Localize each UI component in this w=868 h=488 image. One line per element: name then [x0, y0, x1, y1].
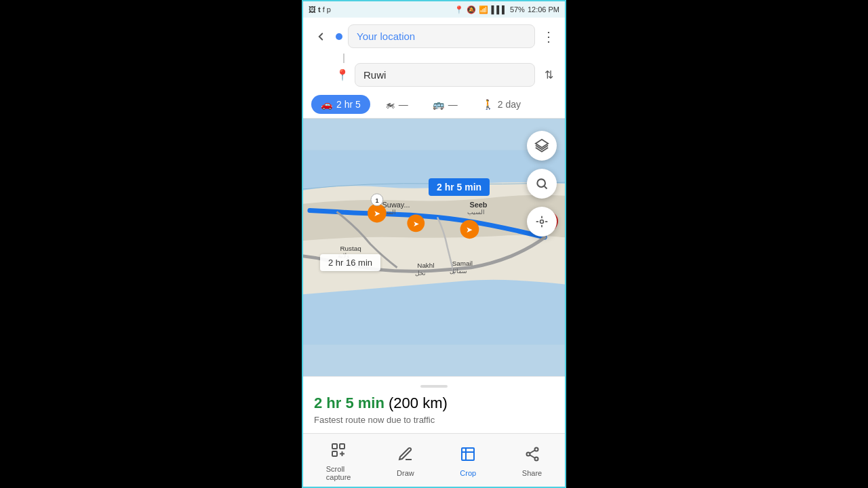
transport-tabs: 🚗 2 hr 5 🏍 — 🚌 — 🚶 2 day [303, 91, 565, 119]
header: ⋮ 📍 ⇅ [303, 18, 565, 91]
tab-walk[interactable]: 🚶 2 day [473, 95, 530, 114]
svg-text:➤: ➤ [466, 225, 473, 235]
share-icon [524, 446, 540, 466]
my-location-button[interactable] [527, 207, 557, 237]
svg-text:نخل: نخل [415, 270, 426, 277]
pinterest-icon: p [327, 5, 331, 14]
svg-line-22 [545, 186, 547, 189]
svg-text:Seeb: Seeb [469, 201, 487, 209]
mute-icon: 🔕 [467, 5, 476, 14]
layers-button[interactable] [527, 131, 557, 161]
svg-line-40 [530, 451, 534, 453]
walk-icon: 🚶 [482, 99, 494, 110]
bottom-panel: 2 hr 5 min (200 km) Fastest route now du… [303, 376, 565, 433]
svg-point-37 [526, 453, 530, 456]
location-status-icon: 📍 [454, 5, 464, 14]
clock: 12:06 PM [528, 5, 559, 14]
draw-label: Draw [397, 469, 414, 477]
alt-route-label: 2 hr 16 min [320, 254, 380, 271]
svg-rect-29 [340, 444, 344, 449]
scroll-capture-icon [330, 442, 347, 462]
tab-car-label: 2 hr 5 [336, 99, 361, 110]
status-icons-left: 🖼 t f p [309, 5, 331, 14]
swap-button[interactable]: ⇅ [540, 67, 557, 83]
origin-dot-icon [336, 33, 342, 40]
moto-icon: 🏍 [385, 99, 395, 110]
tab-walk-label: 2 day [498, 99, 521, 110]
svg-text:➤: ➤ [374, 209, 380, 218]
crop-button[interactable]: Crop [452, 443, 484, 480]
svg-point-36 [534, 448, 538, 451]
scroll-capture-label: Scrollcapture [326, 465, 351, 481]
tab-car[interactable]: 🚗 2 hr 5 [311, 95, 370, 114]
tab-transit-label: — [448, 99, 458, 110]
crop-icon [460, 446, 476, 466]
more-options-button[interactable]: ⋮ [540, 28, 557, 45]
back-button[interactable] [311, 27, 330, 46]
phone-frame: 🖼 t f p 📍 🔕 📶 ▌▌▌ 57% 12:06 PM ⋮ [302, 0, 566, 488]
car-icon: 🚗 [321, 99, 332, 110]
draw-button[interactable]: Draw [389, 443, 422, 480]
route-summary: 2 hr 5 min (200 km) [314, 394, 554, 412]
draw-icon [397, 446, 414, 466]
svg-point-23 [540, 220, 544, 224]
svg-point-38 [534, 458, 538, 461]
route-description: Fastest route now due to traffic [314, 415, 554, 425]
bottom-toolbar: Scrollcapture Draw Crop [303, 433, 565, 487]
map-area[interactable]: Al Suway... السويق Seeb السيب Rustaq ولا… [303, 119, 565, 376]
svg-rect-30 [332, 451, 337, 456]
route-dist-value: (200 km) [389, 394, 448, 411]
image-icon: 🖼 [309, 5, 316, 14]
svg-point-21 [537, 179, 545, 187]
svg-text:➤: ➤ [413, 220, 419, 228]
svg-text:Nakhl: Nakhl [417, 262, 434, 269]
tab-transit[interactable]: 🚌 — [423, 95, 467, 114]
origin-input[interactable] [348, 24, 535, 48]
destination-input[interactable] [355, 63, 535, 87]
svg-text:السيب: السيب [467, 209, 485, 216]
scroll-capture-button[interactable]: Scrollcapture [318, 439, 359, 484]
tab-motorcycle[interactable]: 🏍 — [376, 95, 418, 114]
svg-text:Samail: Samail [452, 260, 473, 267]
feedly-icon: f [323, 5, 325, 14]
battery-pct: 57% [510, 5, 525, 14]
status-bar: 🖼 t f p 📍 🔕 📶 ▌▌▌ 57% 12:06 PM [303, 1, 565, 18]
map-svg: Al Suway... السويق Seeb السيب Rustaq ولا… [303, 119, 565, 376]
svg-text:سمائل: سمائل [450, 268, 467, 274]
status-icons-right: 📍 🔕 📶 ▌▌▌ 57% 12:06 PM [454, 5, 559, 14]
svg-line-39 [530, 455, 534, 458]
tab-moto-label: — [399, 99, 408, 110]
destination-pin-icon: 📍 [336, 68, 349, 81]
origin-row: ⋮ [311, 24, 557, 48]
route-connector [343, 54, 344, 63]
signal-icon: ▌▌▌ [491, 5, 507, 14]
route-time-label: 2 hr 5 min [429, 178, 490, 196]
svg-rect-28 [332, 444, 337, 449]
tumblr-icon: t [318, 5, 321, 14]
crop-label: Crop [460, 469, 476, 477]
search-map-button[interactable] [527, 169, 557, 199]
svg-text:1: 1 [375, 197, 378, 204]
svg-rect-33 [462, 448, 474, 460]
share-button[interactable]: Share [514, 443, 550, 480]
share-label: Share [522, 469, 542, 477]
destination-row: 📍 ⇅ [311, 63, 557, 87]
route-time-text: 2 hr 5 min [314, 394, 384, 411]
wifi-icon: 📶 [479, 5, 488, 14]
drag-handle[interactable] [420, 385, 448, 388]
bus-icon: 🚌 [433, 99, 444, 110]
svg-text:Rustaq: Rustaq [340, 245, 361, 252]
